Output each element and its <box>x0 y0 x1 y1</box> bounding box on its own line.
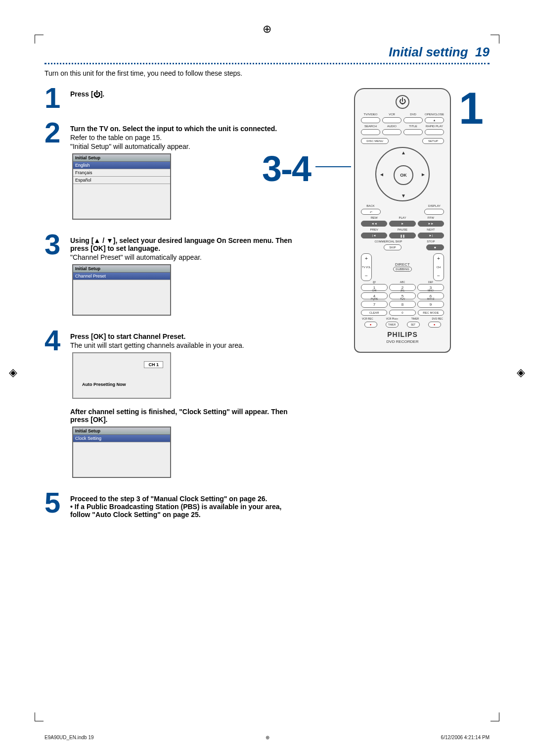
timer-set-button[interactable]: SET <box>407 322 420 328</box>
channel-preset-row: Channel Preset <box>73 273 170 280</box>
label-title: TITLE <box>402 125 424 128</box>
dubbing-button[interactable]: DUBBING <box>393 267 411 272</box>
search-button[interactable] <box>361 129 380 135</box>
lang-option-francais: Français <box>73 169 170 177</box>
ch-control[interactable]: +CH− <box>433 253 444 281</box>
dvd-rec-button[interactable]: ● <box>428 322 441 328</box>
step2-line2: "Initial Setup" will automatically appea… <box>70 142 277 150</box>
label-openclose: OPEN/CLOSE <box>424 113 445 116</box>
clear-button[interactable]: CLEAR <box>361 310 387 316</box>
step-number: 1 <box>44 86 70 110</box>
registration-mark-right: ◈ <box>517 366 525 379</box>
page-content: Initial setting 19 Turn on this unit for… <box>44 45 490 529</box>
step4-line1: The unit will start getting channels ava… <box>70 341 298 349</box>
num-7[interactable]: PQRS7 <box>361 301 388 308</box>
step-number: 4 <box>44 329 70 480</box>
current-channel: CH 1 <box>144 361 163 368</box>
label-vcr: VCR <box>381 113 402 116</box>
footer-right: 6/12/2006 4:21:14 PM <box>441 735 490 740</box>
label-display: DISPLAY <box>424 204 445 207</box>
ok-button[interactable]: OK <box>394 165 413 185</box>
dialog-language-select: Initial Setup English Français Español <box>72 153 171 220</box>
step4-bold: Press [OK] to start Channel Preset. <box>70 332 185 340</box>
label-rapidplay: RAPID PLAY <box>424 125 445 128</box>
page-footer: E9A90UD_EN.indb 19 ⊕ 6/12/2006 4:21:14 P… <box>44 735 490 740</box>
step5-bold: Proceed to the step 3 of "Manual Clock S… <box>70 495 267 503</box>
display-button[interactable] <box>424 209 444 215</box>
label-timer: TIMER <box>411 317 419 320</box>
intro-text: Turn on this unit for the first time, yo… <box>44 69 490 77</box>
pause-button[interactable]: ❚❚ <box>389 233 415 238</box>
left-arrow-button[interactable]: ◄ <box>379 172 384 177</box>
back-button[interactable]: ↶ <box>361 209 381 215</box>
dialog-title: Initial Setup <box>73 427 170 435</box>
ffw-button[interactable]: ►► <box>418 221 444 227</box>
remote-illustration-group: 1 3-4 TV/VIDEO VCR DVD OPEN/CLOSE ▲ SEAR… <box>325 88 479 353</box>
crop-mark <box>490 712 499 721</box>
callout-3-4: 3-4 <box>262 148 311 189</box>
brand-label: PHILIPS <box>360 331 445 338</box>
num-0[interactable]: 0 <box>389 310 415 316</box>
step-5: 5 Proceed to the step 3 of "Manual Clock… <box>44 491 490 519</box>
label-next: NEXT <box>417 228 445 231</box>
page-number: 19 <box>475 45 490 59</box>
next-button[interactable]: ►| <box>418 233 444 238</box>
label-tvvideo: TV/VIDEO <box>360 113 381 116</box>
right-arrow-button[interactable]: ► <box>421 172 426 177</box>
vcr-button[interactable] <box>382 117 401 123</box>
setup-button[interactable]: SETUP <box>422 138 444 144</box>
step5-bullet: • If a Public Broadcasting Station (PBS)… <box>70 503 281 519</box>
label-prev: PREV <box>360 228 388 231</box>
crop-mark <box>35 35 44 44</box>
label-commercial-skip: COMMERCIAL SKIP <box>360 240 417 243</box>
dpad: ▲ ▼ ◄ ► OK <box>375 147 430 201</box>
label-play: PLAY <box>388 216 416 219</box>
num-9[interactable]: WXYZ9 <box>417 301 444 308</box>
step1-text: Press [⏻]. <box>70 90 104 98</box>
vcrplus-timer-button[interactable]: TIMER <box>386 322 399 328</box>
step2-line1: Refer to the table on page 15. <box>70 134 277 142</box>
skip-button[interactable]: SKIP <box>384 244 401 250</box>
play-button[interactable]: ► <box>389 221 415 227</box>
step-number: 3 <box>44 233 70 318</box>
label-search: SEARCH <box>360 125 381 128</box>
dialog-title: Initial Setup <box>73 154 170 162</box>
recmode-button[interactable]: REC MODE <box>418 310 444 316</box>
tvvideo-button[interactable] <box>361 117 380 123</box>
dialog-clock-setting: Initial Setup Clock Setting <box>72 426 171 478</box>
step2-bold: Turn the TV on. Select the input to whic… <box>70 125 277 133</box>
tv-vol-control[interactable]: +TV VOL− <box>361 253 372 281</box>
crop-mark <box>490 35 499 44</box>
num-8[interactable]: TUV8 <box>389 301 416 308</box>
label-stop: STOP <box>417 240 445 243</box>
number-pad: @!1 ABC2 DEF3 GHI4 JKL5 MNO6 PQRS7 TUV8 … <box>361 284 444 308</box>
power-button[interactable] <box>396 95 409 109</box>
up-arrow-button[interactable]: ▲ <box>401 150 406 155</box>
disc-menu-button[interactable]: DISC MENU <box>361 138 389 144</box>
label-vcrplus: VCR Plus+ <box>386 317 399 320</box>
label-pause: PAUSE <box>388 228 416 231</box>
prev-button[interactable]: |◄ <box>361 233 387 238</box>
label-vcr-rec: VCR REC <box>362 317 373 320</box>
title-button[interactable] <box>403 129 423 135</box>
label-back: BACK <box>360 204 381 207</box>
label-direct: DIRECT <box>372 262 433 267</box>
page-header: Initial setting 19 <box>44 45 490 62</box>
callout-1: 1 <box>459 83 484 134</box>
dialog-channel-preset: Initial Setup Channel Preset <box>72 264 171 316</box>
label-rew: REW <box>360 216 388 219</box>
footer-center-icon: ⊕ <box>266 735 269 740</box>
dvd-button[interactable] <box>403 117 423 123</box>
rapidplay-button[interactable] <box>425 129 444 135</box>
header-rule <box>44 63 490 64</box>
openclose-button[interactable]: ▲ <box>425 117 444 123</box>
vcr-rec-button[interactable]: ● <box>364 322 377 328</box>
footer-left: E9A90UD_EN.indb 19 <box>44 735 94 740</box>
step3-bold: Using [▲ / ▼], select your desired langu… <box>70 236 292 252</box>
audio-button[interactable] <box>382 129 401 135</box>
stop-button[interactable]: ■ <box>426 244 444 250</box>
clock-setting-row: Clock Setting <box>73 435 170 442</box>
rew-button[interactable]: ◄◄ <box>361 221 387 227</box>
lang-option-espanol: Español <box>73 177 170 184</box>
down-arrow-button[interactable]: ▼ <box>401 193 406 198</box>
